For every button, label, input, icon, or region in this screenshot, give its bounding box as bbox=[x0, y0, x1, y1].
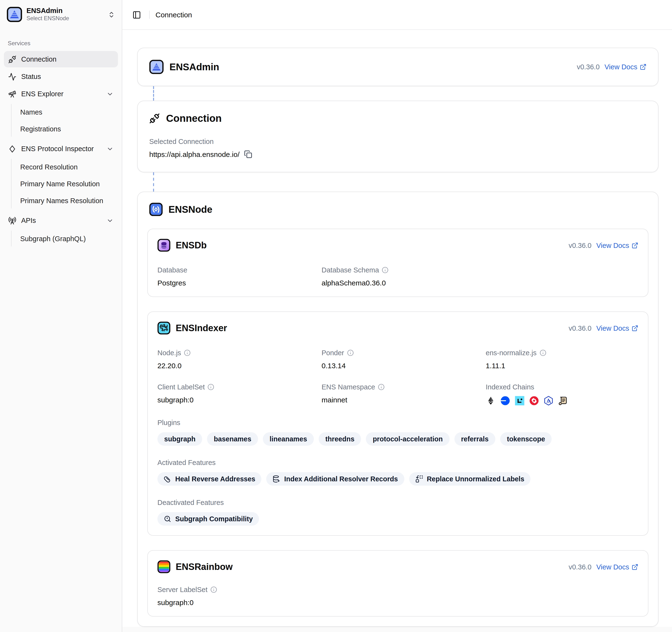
protocol-inspector-submenu: Record Resolution Primary Name Resolutio… bbox=[11, 159, 118, 209]
sidebar-item-subgraph-graphql[interactable]: Subgraph (GraphQL) bbox=[16, 230, 118, 246]
ensnode-logo-icon bbox=[149, 203, 163, 216]
activity-icon bbox=[8, 72, 16, 81]
field-ponder: Ponder 0.13.14 bbox=[321, 349, 474, 370]
ensdb-card: ENSDb v0.36.0 View Docs bbox=[147, 229, 648, 297]
apis-submenu: Subgraph (GraphQL) bbox=[11, 230, 118, 246]
external-link-icon bbox=[631, 563, 638, 570]
field-label: Database bbox=[158, 266, 310, 274]
copy-icon[interactable] bbox=[244, 150, 252, 159]
sidebar-item-connection[interactable]: Connection bbox=[4, 51, 118, 67]
version-label: v0.36.0 bbox=[569, 241, 591, 249]
field-value: 0.13.14 bbox=[321, 362, 474, 370]
app-subtitle: Select ENSNode bbox=[26, 16, 103, 22]
feature-badge: Heal Reverse Addresses bbox=[158, 472, 262, 486]
field-label: Client LabelSet bbox=[158, 383, 205, 391]
sidebar-item-label: ENS Explorer bbox=[21, 90, 64, 98]
ensrainbow-card: ENSRainbow v0.36.0 View Docs bbox=[147, 550, 648, 616]
sidebar-item-ens-protocol-inspector[interactable]: ENS Protocol Inspector bbox=[4, 141, 118, 157]
external-link-icon bbox=[631, 325, 638, 332]
sidebar-item-names[interactable]: Names bbox=[16, 104, 118, 120]
field-value: mainnet bbox=[321, 396, 474, 404]
chevrons-up-down-icon bbox=[108, 11, 115, 18]
sidebar-item-status[interactable]: Status bbox=[4, 68, 118, 85]
ensindexer-card: ENSIndexer v0.36.0 View Docs bbox=[147, 311, 648, 536]
view-docs-link[interactable]: View Docs bbox=[596, 324, 638, 332]
sidebar-item-label: Connection bbox=[21, 55, 56, 63]
field-value: 1.11.1 bbox=[486, 362, 638, 370]
field-ens-normalize: ens-normalize.js 1.11.1 bbox=[486, 349, 638, 370]
ensindexer-logo-icon bbox=[158, 321, 170, 335]
sidebar-item-registrations[interactable]: Registrations bbox=[16, 121, 118, 137]
deactivated-features-label: Deactivated Features bbox=[158, 499, 638, 506]
field-value: Postgres bbox=[158, 279, 310, 287]
plugin-badge: protocol-acceleration bbox=[366, 432, 450, 446]
field-label: Node.js bbox=[158, 349, 181, 357]
info-icon[interactable] bbox=[382, 267, 389, 273]
field-label: Database Schema bbox=[321, 266, 379, 274]
app-title: ENSAdmin bbox=[26, 7, 103, 15]
ensadmin-card: ENSAdmin v0.36.0 View Docs bbox=[137, 48, 658, 86]
plugins-row: subgraph basenames lineanames threedns p… bbox=[158, 432, 638, 446]
view-docs-label: View Docs bbox=[596, 241, 629, 249]
sidebar-item-ens-explorer[interactable]: ENS Explorer bbox=[4, 86, 118, 102]
sidebar-item-label: APIs bbox=[21, 217, 36, 224]
view-docs-link[interactable]: View Docs bbox=[596, 563, 638, 570]
field-label: ENS Namespace bbox=[321, 383, 375, 391]
plugins-label: Plugins bbox=[158, 419, 638, 427]
subgraph-search-icon bbox=[164, 515, 171, 523]
info-icon[interactable] bbox=[539, 349, 546, 356]
sidebar-item-primary-name-resolution[interactable]: Primary Name Resolution bbox=[16, 176, 118, 192]
info-icon[interactable] bbox=[378, 384, 385, 390]
plugin-badge: tokenscope bbox=[500, 432, 552, 446]
ens-explorer-submenu: Names Registrations bbox=[11, 104, 118, 137]
connector-line bbox=[153, 86, 154, 101]
info-icon[interactable] bbox=[208, 384, 214, 390]
external-link-icon bbox=[640, 64, 647, 70]
connection-url: https://api.alpha.ensnode.io/ bbox=[149, 150, 239, 159]
ensadmin-app: ENSAdmin Select ENSNode Services Connect… bbox=[0, 0, 672, 632]
field-database-schema: Database Schema alphaSchema0.36.0 bbox=[321, 266, 474, 287]
info-icon[interactable] bbox=[210, 586, 217, 593]
field-value: subgraph:0 bbox=[158, 396, 310, 404]
card-title: ENSNode bbox=[168, 204, 212, 215]
field-label: ens-normalize.js bbox=[486, 349, 536, 357]
view-docs-label: View Docs bbox=[596, 563, 629, 570]
sidebar-item-primary-names-resolution[interactable]: Primary Names Resolution bbox=[16, 193, 118, 209]
sidebar-item-apis[interactable]: APIs bbox=[4, 212, 118, 229]
card-title: Connection bbox=[166, 113, 222, 124]
info-icon[interactable] bbox=[347, 349, 354, 356]
sidebar: ENSAdmin Select ENSNode Services Connect… bbox=[0, 0, 122, 632]
base-icon bbox=[500, 396, 510, 406]
sidebar-item-label: ENS Protocol Inspector bbox=[21, 145, 94, 152]
card-title: ENSIndexer bbox=[176, 323, 227, 333]
field-client-labelset: Client LabelSet subgraph:0 bbox=[158, 383, 310, 406]
version-label: v0.36.0 bbox=[569, 563, 591, 570]
field-value: alphaSchema0.36.0 bbox=[321, 279, 474, 287]
sidebar-item-record-resolution[interactable]: Record Resolution bbox=[16, 159, 118, 175]
view-docs-link[interactable]: View Docs bbox=[605, 63, 647, 71]
sidebar-item-label: Subgraph (GraphQL) bbox=[20, 235, 86, 242]
field-value: subgraph:0 bbox=[158, 598, 310, 607]
view-docs-label: View Docs bbox=[596, 324, 629, 332]
breadcrumb: Connection bbox=[155, 10, 192, 19]
external-link-icon bbox=[631, 242, 638, 249]
plugin-badge: threedns bbox=[319, 432, 361, 446]
indexed-chains-row bbox=[486, 396, 638, 406]
pill-icon bbox=[164, 475, 171, 483]
view-docs-label: View Docs bbox=[605, 63, 637, 71]
sidebar-item-label: Record Resolution bbox=[20, 163, 78, 171]
field-indexed-chains: Indexed Chains bbox=[486, 383, 638, 406]
ensadmin-logo-icon bbox=[7, 7, 22, 22]
sidebar-item-label: Primary Names Resolution bbox=[20, 197, 103, 204]
sidebar-toggle-button[interactable] bbox=[130, 8, 143, 21]
ensnode-selector[interactable]: ENSAdmin Select ENSNode bbox=[4, 5, 118, 24]
radio-tower-icon bbox=[8, 216, 16, 224]
arbitrum-icon bbox=[544, 396, 554, 406]
field-label: Indexed Chains bbox=[486, 383, 638, 391]
chevron-down-icon bbox=[106, 145, 114, 152]
feature-badge: Index Additional Resolver Records bbox=[266, 472, 404, 486]
info-icon[interactable] bbox=[184, 349, 191, 356]
chevron-down-icon bbox=[106, 217, 114, 224]
view-docs-link[interactable]: View Docs bbox=[596, 241, 638, 249]
sidebar-item-label: Names bbox=[20, 108, 42, 116]
